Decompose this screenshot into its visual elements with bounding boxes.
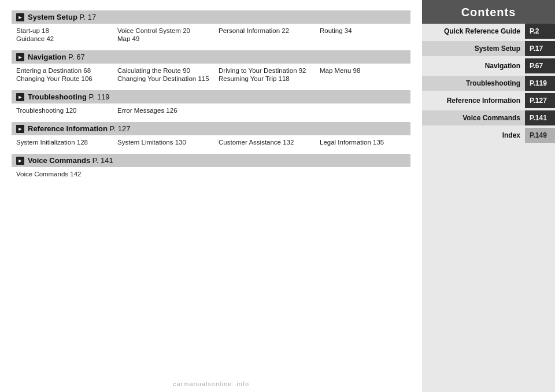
row-item: Driving to Your Destination 92: [219, 67, 320, 74]
sidebar-page-badge-1: P.17: [525, 41, 555, 56]
row-item: [320, 75, 421, 82]
section-header-reference-information: ►Reference Information P. 127: [12, 122, 410, 135]
row-item: Troubleshooting 120: [16, 107, 117, 114]
row-item: Voice Control System 20: [117, 27, 219, 34]
sidebar-item-label-3: Troubleshooting: [422, 76, 525, 91]
section-icon-system-setup: ►: [16, 13, 24, 21]
sidebar-page-badge-5: P.141: [525, 110, 555, 125]
main-content: ►System Setup P. 17Start-up 18Voice Cont…: [0, 0, 422, 392]
sidebar: Contents Quick Reference GuideP.2System …: [422, 0, 555, 392]
section-title-voice-commands: Voice Commands P. 141: [28, 156, 113, 165]
row-item: Guidance 42: [16, 35, 117, 42]
section-rows-voice-commands: Voice Commands 142: [12, 169, 410, 182]
section-header-troubleshooting: ►Troubleshooting P. 119: [12, 90, 410, 103]
section-rows-system-setup: Start-up 18Voice Control System 20Person…: [12, 25, 410, 47]
sidebar-title: Contents: [422, 0, 555, 24]
row-item: System Initialization 128: [16, 139, 117, 146]
sidebar-item-label-1: System Setup: [422, 41, 525, 56]
section-title-system-setup: System Setup P. 17: [28, 13, 96, 21]
sidebar-item-label-6: Index: [422, 128, 525, 143]
section-row: System Initialization 128System Limitati…: [16, 139, 406, 146]
section-rows-reference-information: System Initialization 128System Limitati…: [12, 137, 410, 150]
row-item: Personal Information 22: [219, 27, 320, 34]
row-item: Voice Commands 142: [16, 171, 117, 177]
row-item: Resuming Your Trip 118: [219, 75, 320, 82]
row-item: [320, 35, 421, 42]
watermark: carmanualsonline .info: [173, 380, 249, 387]
section-header-voice-commands: ►Voice Commands P. 141: [12, 154, 410, 167]
sidebar-page-badge-0: P.2: [525, 24, 555, 39]
section-reference-information: ►Reference Information P. 127System Init…: [12, 122, 410, 150]
row-item: Routing 34: [320, 27, 421, 34]
sidebar-page-badge-3: P.119: [525, 76, 555, 91]
sidebar-page-badge-6: P.149: [525, 128, 555, 143]
sidebar-item-3[interactable]: TroubleshootingP.119: [422, 76, 555, 91]
row-item: Entering a Destination 68: [16, 67, 117, 74]
section-title-navigation: Navigation P. 67: [28, 53, 85, 61]
sidebar-item-0[interactable]: Quick Reference GuideP.2: [422, 24, 555, 39]
row-item: Changing Your Route 106: [16, 75, 117, 82]
section-row: Troubleshooting 120Error Messages 126: [16, 107, 406, 114]
section-row: Voice Commands 142: [16, 171, 406, 177]
section-row: Entering a Destination 68Calculating the…: [16, 67, 406, 74]
sidebar-item-label-2: Navigation: [422, 58, 525, 73]
sidebar-item-label-5: Voice Commands: [422, 110, 525, 125]
row-item: Legal Information 135: [320, 139, 421, 146]
row-item: Customer Assistance 132: [219, 139, 320, 146]
row-item: Start-up 18: [16, 27, 117, 34]
section-navigation: ►Navigation P. 67Entering a Destination …: [12, 50, 410, 87]
sidebar-item-6[interactable]: IndexP.149: [422, 128, 555, 143]
row-item: Calculating the Route 90: [117, 67, 219, 74]
sidebar-item-label-0: Quick Reference Guide: [422, 24, 525, 39]
section-troubleshooting: ►Troubleshooting P. 119Troubleshooting 1…: [12, 90, 410, 119]
sidebar-item-label-4: Reference Information: [422, 93, 525, 108]
sidebar-page-badge-2: P.67: [525, 58, 555, 73]
section-row: Changing Your Route 106Changing Your Des…: [16, 75, 406, 82]
row-item: [219, 107, 320, 114]
sidebar-item-2[interactable]: NavigationP.67: [422, 58, 555, 73]
section-rows-navigation: Entering a Destination 68Calculating the…: [12, 65, 410, 87]
row-item: [320, 107, 421, 114]
sidebar-page-badge-4: P.127: [525, 93, 555, 108]
section-icon-reference-information: ►: [16, 125, 24, 133]
row-item: System Limitations 130: [117, 139, 219, 146]
sidebar-item-5[interactable]: Voice CommandsP.141: [422, 110, 555, 125]
section-header-navigation: ►Navigation P. 67: [12, 50, 410, 64]
section-row: Start-up 18Voice Control System 20Person…: [16, 27, 406, 34]
row-item: [219, 35, 320, 42]
row-item: [320, 171, 421, 177]
section-header-system-setup: ►System Setup P. 17: [12, 10, 410, 24]
section-rows-troubleshooting: Troubleshooting 120Error Messages 126: [12, 105, 410, 119]
row-item: [219, 171, 320, 177]
row-item: [117, 171, 219, 177]
sidebar-item-1[interactable]: System SetupP.17: [422, 41, 555, 56]
section-icon-navigation: ►: [16, 53, 24, 61]
section-system-setup: ►System Setup P. 17Start-up 18Voice Cont…: [12, 10, 410, 47]
section-title-troubleshooting: Troubleshooting P. 119: [28, 93, 109, 101]
row-item: Map Menu 98: [320, 67, 421, 74]
section-icon-troubleshooting: ►: [16, 93, 24, 101]
row-item: Error Messages 126: [117, 107, 219, 114]
section-title-reference-information: Reference Information P. 127: [28, 124, 131, 133]
section-row: Guidance 42Map 49: [16, 35, 406, 42]
sidebar-item-4[interactable]: Reference InformationP.127: [422, 93, 555, 108]
section-icon-voice-commands: ►: [16, 157, 24, 165]
row-item: Changing Your Destination 115: [117, 75, 219, 82]
section-voice-commands: ►Voice Commands P. 141Voice Commands 142: [12, 154, 410, 182]
row-item: Map 49: [117, 35, 219, 42]
